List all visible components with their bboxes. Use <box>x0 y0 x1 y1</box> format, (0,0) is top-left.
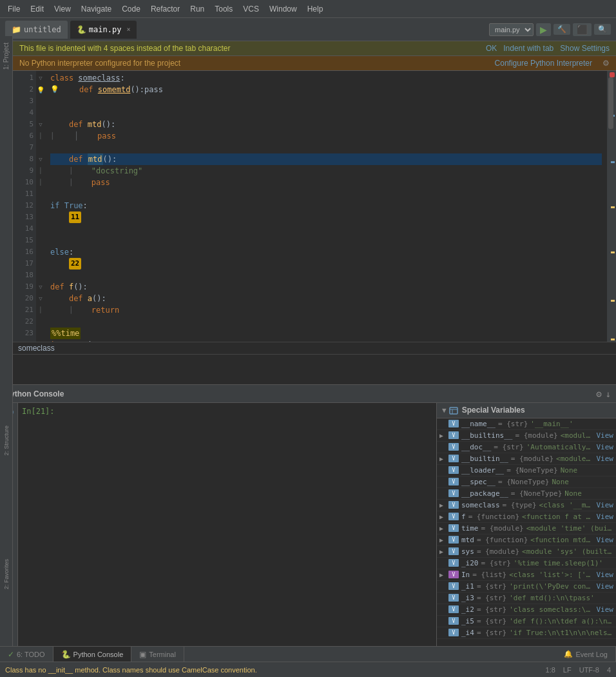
status-indent[interactable]: 4 <box>607 666 611 674</box>
menu-window[interactable]: Window <box>264 3 302 15</box>
menu-run[interactable]: Run <box>185 3 209 15</box>
var-i3-type: = {str} <box>477 594 506 602</box>
var-mtd-item[interactable]: ▶ V mtd = {function} <function mtd at 0x… <box>437 535 616 546</box>
panel-title: Python Console <box>5 389 64 398</box>
fold-8[interactable]: ▽ <box>39 156 42 162</box>
var-i4-item[interactable]: V _i4 = {str} 'if True:\n\t1\n\n\nelse:\… <box>437 627 616 639</box>
panel-download-icon[interactable]: ↓ <box>606 389 611 399</box>
var-doc-view[interactable]: View <box>597 443 614 451</box>
tab-python-console[interactable]: 🐍 Python Console <box>53 647 132 662</box>
structure-handle-label[interactable]: 2: Structure <box>3 426 10 456</box>
var-sys-item[interactable]: ▶ V sys = {module} <module 'sys' (built-… <box>437 546 616 558</box>
stop-button[interactable]: ⬛ <box>573 23 592 36</box>
var-builtin-expand[interactable]: ▶ <box>439 455 446 462</box>
menu-vcs[interactable]: VCS <box>238 3 264 15</box>
var-sys-expand[interactable]: ▶ <box>439 548 446 555</box>
var-In-item[interactable]: ▶ V In = {list} <class 'list'>: ['', "pr… <box>437 569 616 581</box>
var-i20-item[interactable]: V _i20 = {str} '%time time.sleep(1)' <box>437 558 616 569</box>
var-i1-item[interactable]: V _i1 = {str} 'print(\'PyDev console: us… <box>437 581 616 593</box>
var-time-expand[interactable]: ▶ <box>439 525 446 532</box>
run-button[interactable]: ▶ <box>536 23 551 36</box>
var-In-view[interactable]: View <box>597 571 614 579</box>
var-In-expand[interactable]: ▶ <box>439 571 446 578</box>
var-builtin-item[interactable]: ▶ V __builtin__ = {module} <module 'buil… <box>437 453 616 465</box>
menu-code[interactable]: Code <box>117 3 146 15</box>
var-builtin-view[interactable]: View <box>597 455 614 463</box>
indent-with-tab-link[interactable]: Indent with tab <box>503 44 553 53</box>
error-mark-top <box>610 72 615 77</box>
breadcrumb-text: someclass <box>18 344 55 353</box>
editor-scroll-thumb[interactable] <box>608 77 613 129</box>
tab-terminal[interactable]: ▣ Terminal <box>131 647 184 662</box>
var-f-type: = {function} <box>468 513 519 521</box>
var-i2-view[interactable]: View <box>597 605 614 614</box>
fold-19[interactable]: ▽ <box>39 284 42 290</box>
panel-content: ✕ ▶ ? ⚙ + In[21]: <box>0 403 616 662</box>
favorites-handle-label[interactable]: 2: Favorites <box>3 559 10 589</box>
var-someclass-view[interactable]: View <box>597 501 614 509</box>
var-i3-item[interactable]: V _i3 = {str} 'def mtd():\n\tpass' <box>437 593 616 604</box>
var-f-view[interactable]: View <box>597 513 614 521</box>
var-i5-item[interactable]: V _i5 = {str} 'def f():\n\tdef a():\n\t\… <box>437 616 616 627</box>
menu-tools[interactable]: Tools <box>209 3 238 15</box>
menu-help[interactable]: Help <box>302 3 329 15</box>
fold-20[interactable]: ▽ <box>39 295 42 302</box>
var-time-item[interactable]: ▶ V time = {module} <module 'time' (buil… <box>437 523 616 535</box>
project-sidebar-handle[interactable]: 1: Project <box>0 36 13 371</box>
project-tab[interactable]: 📁 untitled <box>5 21 68 39</box>
var-someclass-expand[interactable]: ▶ <box>439 502 446 509</box>
fold-1[interactable]: ▽ <box>39 75 42 81</box>
file-tab-close[interactable]: × <box>126 26 130 33</box>
variables-icon <box>449 406 458 415</box>
var-i20-no-expand <box>439 560 446 567</box>
menu-view[interactable]: View <box>49 3 76 15</box>
menu-file[interactable]: File <box>3 3 25 15</box>
search-button[interactable]: 🔍 <box>594 24 611 35</box>
variables-collapse-icon[interactable]: ▼ <box>442 406 447 415</box>
status-line-ending[interactable]: LF <box>563 666 572 674</box>
var-spec-item[interactable]: V __spec__ = {NoneType} None <box>437 476 616 488</box>
menu-refactor[interactable]: Refactor <box>146 3 185 15</box>
var-builtins-expand[interactable]: ▶ <box>439 432 446 439</box>
status-indent-colon: 4 <box>607 666 611 674</box>
show-settings-link[interactable]: Show Settings <box>560 44 610 53</box>
var-spec-type: = {NoneType} <box>498 478 549 486</box>
tab-todo[interactable]: ✓ 6: TODO <box>0 647 53 662</box>
var-doc-item[interactable]: V __doc__ = {str} 'Automatically create.… <box>437 442 616 453</box>
configure-gear-icon[interactable]: ⚙ <box>602 59 610 68</box>
var-someclass-item[interactable]: ▶ V someclass = {type} <class '__main_..… <box>437 500 616 511</box>
var-icon-loader: V <box>448 466 459 474</box>
var-icon-i3: V <box>448 594 459 602</box>
var-f-expand[interactable]: ▶ <box>439 513 446 520</box>
var-f-item[interactable]: ▶ V f = {function} <function f at 0x7f73… <box>437 511 616 523</box>
var-i20-type: = {str} <box>481 559 511 567</box>
fold-5[interactable]: ▽ <box>39 121 42 128</box>
tab-spacer <box>184 647 557 662</box>
var-i2-item[interactable]: V _i2 = {str} 'class someclass:\n\tdef s… <box>437 604 616 616</box>
panel-gear-icon[interactable]: ⚙ <box>596 389 601 399</box>
var-builtins-view[interactable]: View <box>597 431 614 440</box>
code-editor[interactable]: class someclass: 💡 def somemtd():pass de… <box>45 71 607 342</box>
console-input[interactable] <box>59 407 432 658</box>
file-tab[interactable]: 🐍 main.py × <box>70 21 137 39</box>
var-mtd-view[interactable]: View <box>597 536 614 544</box>
indent-ok-link[interactable]: OK <box>486 44 497 53</box>
var-mtd-expand[interactable]: ▶ <box>439 536 446 544</box>
menu-edit[interactable]: Edit <box>25 3 49 15</box>
status-encoding[interactable]: UTF-8 <box>579 666 599 674</box>
status-position[interactable]: 1:8 <box>546 666 555 674</box>
menu-navigate[interactable]: Navigate <box>76 3 117 15</box>
var-no-expand <box>439 420 446 427</box>
var-builtins-item[interactable]: ▶ V __builtins__ = {module} <module 'bu.… <box>437 430 616 442</box>
menubar: File Edit View Navigate Code Refactor Ru… <box>0 0 616 18</box>
build-button[interactable]: 🔨 <box>553 24 570 35</box>
event-log-tab[interactable]: 🔔 Event Log <box>556 647 616 662</box>
var-i1-view[interactable]: View <box>597 582 614 591</box>
fold-bar-6: │ <box>39 133 42 139</box>
var-loader-item[interactable]: V __loader__ = {NoneType} None <box>437 465 616 476</box>
configure-interpreter-link[interactable]: Configure Python Interpreter <box>495 59 592 68</box>
var-package-item[interactable]: V __package__ = {NoneType} None <box>437 488 616 500</box>
run-config-select[interactable]: main.py <box>489 23 534 36</box>
code-line-21: │ return <box>50 304 602 316</box>
var-name-item[interactable]: V __name__ = {str} '__main__' <box>437 418 616 430</box>
